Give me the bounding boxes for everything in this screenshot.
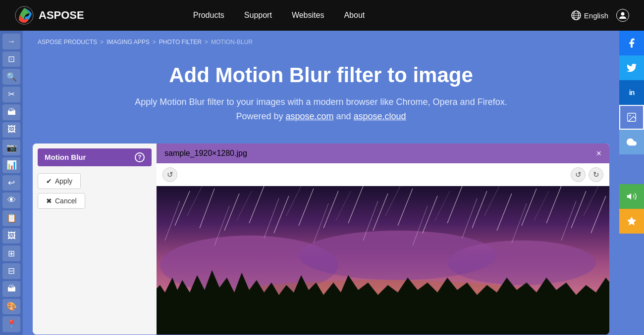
filter-name: Motion Blur: [45, 153, 86, 161]
navbar: ASPOSE Products Support Websites About E…: [0, 0, 644, 31]
svg-point-6: [621, 12, 625, 16]
tool-frame[interactable]: ⊟: [2, 263, 20, 279]
undo-button[interactable]: ↺: [571, 167, 586, 182]
checkmark-icon: ✔: [46, 177, 52, 185]
nav-websites[interactable]: Websites: [292, 11, 324, 20]
left-sidebar: → ⊡ 🔍 ✂ 🏔 🖼 📷 📊 ↩ 👁 📋 🖼 ⊞ ⊟ 🏔 🎨 📍: [0, 31, 23, 335]
tool-undo[interactable]: ↩: [2, 175, 20, 191]
file-name: sample_1920×1280.jpg: [164, 149, 247, 158]
star-trails-svg: [157, 186, 609, 335]
image-share-icon: [626, 112, 637, 123]
breadcrumb-filter[interactable]: PHOTO FILTER: [159, 39, 202, 46]
twitter-button[interactable]: [619, 55, 644, 80]
tool-zoom[interactable]: 🔍: [2, 69, 20, 85]
aspose-logo-icon: [15, 6, 34, 25]
tool-clipboard[interactable]: 📋: [2, 210, 20, 226]
refresh-icon: ↺: [167, 170, 173, 179]
nav-links: Products Support Websites About: [193, 11, 365, 20]
tool-mountain[interactable]: 🏔: [2, 281, 20, 297]
language-button[interactable]: English: [571, 10, 608, 20]
breadcrumb-products[interactable]: ASPOSE PRODUCTS: [38, 39, 97, 46]
sep2: >: [153, 39, 156, 46]
announce-icon: [626, 191, 637, 202]
logo-link[interactable]: ASPOSE: [15, 6, 84, 25]
user-icon[interactable]: [616, 9, 629, 22]
filter-label-bar: Motion Blur ?: [38, 148, 152, 166]
star-button[interactable]: [619, 209, 644, 234]
tool-select[interactable]: ⊡: [2, 51, 20, 67]
svg-marker-10: [627, 217, 636, 225]
hero-subtitle: Apply Motion Blur filter to your images …: [33, 95, 609, 124]
editor-wrapper: Motion Blur ? ✔ Apply ✖ Cancel sample_19…: [33, 144, 609, 335]
aspose-cloud-link[interactable]: aspose.cloud: [354, 111, 406, 121]
svg-point-14: [447, 240, 596, 285]
main-content: ASPOSE PRODUCTS > IMAGING APPS > PHOTO F…: [23, 31, 619, 335]
editor-toolbar: ↺ ↺ ↻: [157, 163, 609, 186]
hero-section: Add Motion Blur filter to image Apply Mo…: [23, 53, 619, 139]
redo-button[interactable]: ↻: [589, 167, 603, 182]
tool-paint[interactable]: 🎨: [2, 299, 20, 315]
x-icon: ✖: [46, 197, 52, 205]
language-label: English: [584, 11, 608, 20]
image-share-button[interactable]: [619, 105, 644, 130]
tool-view[interactable]: 👁: [2, 192, 20, 208]
breadcrumb-imaging[interactable]: IMAGING APPS: [107, 39, 150, 46]
cloud-icon: [625, 137, 638, 147]
nav-support[interactable]: Support: [244, 11, 272, 20]
nav-about[interactable]: About: [344, 11, 365, 20]
navbar-right: English: [571, 9, 629, 22]
close-button[interactable]: ×: [596, 149, 601, 158]
tool-pin[interactable]: 📍: [2, 316, 20, 332]
breadcrumb-current: MOTION-BLUR: [211, 39, 253, 46]
image-preview: [157, 186, 609, 335]
tool-grid[interactable]: ⊞: [2, 245, 20, 261]
nav-products[interactable]: Products: [193, 11, 224, 20]
refresh-button[interactable]: ↺: [162, 167, 177, 182]
svg-point-8: [629, 115, 631, 116]
help-button[interactable]: ?: [135, 152, 145, 162]
editor-canvas: [157, 186, 609, 335]
page-title: Add Motion Blur filter to image: [33, 63, 609, 87]
tool-camera[interactable]: 📷: [2, 140, 20, 155]
facebook-button[interactable]: [619, 31, 644, 55]
tool-chart[interactable]: 📊: [2, 157, 20, 173]
editor-topbar: sample_1920×1280.jpg ×: [157, 144, 609, 163]
cancel-button[interactable]: ✖ Cancel: [38, 193, 85, 209]
linkedin-button[interactable]: in: [619, 80, 644, 105]
facebook-icon: [626, 38, 637, 48]
tool-landscape[interactable]: 🏔: [2, 104, 20, 120]
redo-icon: ↻: [593, 170, 599, 179]
announce-button[interactable]: [619, 184, 644, 209]
sep1: >: [100, 39, 104, 46]
tool-gallery[interactable]: 🖼: [2, 228, 20, 244]
undo-redo-group: ↺ ↻: [571, 167, 603, 182]
breadcrumb: ASPOSE PRODUCTS > IMAGING APPS > PHOTO F…: [23, 31, 619, 53]
aspose-com-link[interactable]: aspose.com: [285, 111, 333, 121]
star-icon: [626, 216, 637, 227]
editor-left-panel: Motion Blur ? ✔ Apply ✖ Cancel: [33, 144, 157, 335]
user-avatar-icon: [619, 11, 627, 19]
svg-marker-9: [627, 193, 631, 200]
right-sidebar: in: [619, 31, 644, 234]
editor-right: sample_1920×1280.jpg × ↺ ↺ ↻: [157, 144, 609, 335]
tool-image[interactable]: 🖼: [2, 122, 20, 138]
undo-icon: ↺: [575, 170, 582, 179]
globe-icon: [571, 10, 581, 20]
tool-crop[interactable]: ✂: [2, 87, 20, 102]
sep3: >: [205, 39, 208, 46]
tool-forward[interactable]: →: [2, 34, 20, 49]
twitter-icon: [626, 62, 637, 73]
cloud-button[interactable]: [619, 130, 644, 154]
brand-name: ASPOSE: [39, 9, 84, 22]
apply-button[interactable]: ✔ Apply: [38, 173, 81, 189]
